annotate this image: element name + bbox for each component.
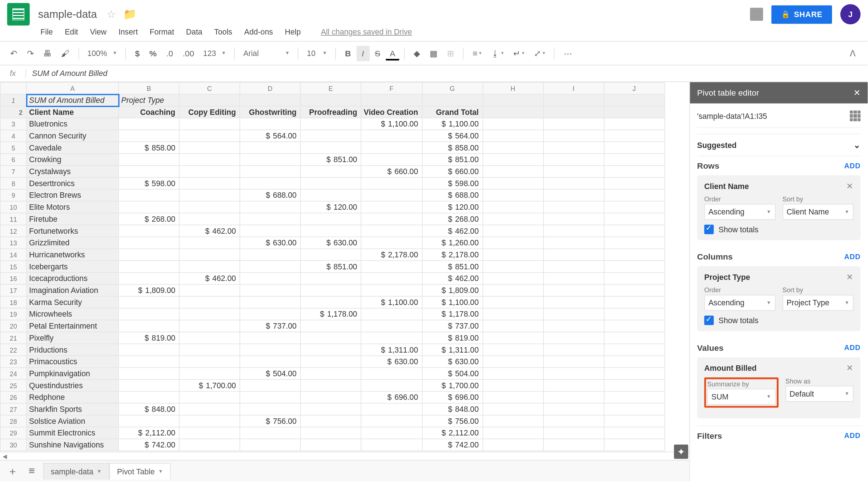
value-cell[interactable]: [300, 296, 361, 308]
cell[interactable]: [543, 320, 604, 332]
increase-decimal-button[interactable]: .00: [178, 45, 198, 61]
value-cell[interactable]: [300, 332, 361, 344]
menu-insert[interactable]: Insert: [118, 27, 138, 36]
columns-sortby-select[interactable]: Project Type▼: [782, 295, 853, 311]
pivot-measure-cell[interactable]: SUM of Amount Billed: [27, 94, 118, 106]
menu-data[interactable]: Data: [186, 27, 202, 36]
sheets-logo-icon[interactable]: [7, 3, 30, 25]
cell[interactable]: [604, 391, 664, 403]
cell[interactable]: [543, 391, 604, 403]
value-cell[interactable]: [300, 177, 361, 189]
value-cell[interactable]: $1,311.00: [422, 344, 483, 356]
value-cell[interactable]: [300, 273, 361, 285]
suggested-section[interactable]: Suggested ⌄: [697, 134, 861, 156]
value-cell[interactable]: $504.00: [422, 367, 483, 379]
value-cell[interactable]: [361, 284, 422, 296]
row-header[interactable]: 8: [0, 177, 27, 189]
value-cell[interactable]: $504.00: [240, 367, 301, 379]
cell[interactable]: [483, 391, 543, 403]
cell[interactable]: [483, 320, 543, 332]
client-name-cell[interactable]: Pixelfly: [27, 332, 118, 344]
value-cell[interactable]: [361, 201, 422, 213]
value-cell[interactable]: [361, 177, 422, 189]
value-cell[interactable]: $268.00: [118, 213, 179, 225]
cell[interactable]: [543, 154, 604, 166]
client-name-cell[interactable]: Crowking: [27, 154, 118, 166]
cell[interactable]: [483, 225, 543, 237]
client-name-cell[interactable]: Bluetronics: [27, 118, 118, 130]
column-header[interactable]: H: [483, 82, 543, 94]
value-cell[interactable]: [179, 332, 240, 344]
value-cell[interactable]: $688.00: [240, 189, 301, 201]
value-cell[interactable]: $1,700.00: [179, 379, 240, 391]
cell[interactable]: [543, 439, 604, 451]
row-header[interactable]: 3: [0, 118, 27, 130]
move-folder-icon[interactable]: 📁: [123, 8, 136, 21]
menu-edit[interactable]: Edit: [65, 27, 78, 36]
value-cell[interactable]: $858.00: [422, 142, 483, 154]
summarize-by-select[interactable]: SUM▼: [707, 389, 775, 405]
value-cell[interactable]: [361, 142, 422, 154]
value-cell[interactable]: [118, 189, 179, 201]
value-cell[interactable]: [179, 320, 240, 332]
client-name-cell[interactable]: Priductions: [27, 344, 118, 356]
value-cell[interactable]: $1,260.00: [422, 237, 483, 249]
value-cell[interactable]: [179, 177, 240, 189]
value-cell[interactable]: [179, 296, 240, 308]
cell[interactable]: [483, 94, 543, 106]
value-cell[interactable]: $819.00: [422, 332, 483, 344]
value-cell[interactable]: [179, 308, 240, 320]
more-formats-button[interactable]: 123▼: [200, 48, 230, 59]
value-cell[interactable]: [240, 332, 301, 344]
value-cell[interactable]: [240, 261, 301, 273]
value-cell[interactable]: [179, 367, 240, 379]
value-cell[interactable]: $696.00: [361, 391, 422, 403]
cell[interactable]: [604, 213, 664, 225]
value-cell[interactable]: $564.00: [240, 130, 301, 142]
client-name-cell[interactable]: Sunshine Navigations: [27, 439, 118, 451]
cell[interactable]: [543, 142, 604, 154]
horizontal-scrollbar[interactable]: ◀ ▶: [0, 452, 690, 460]
row-header[interactable]: 7: [0, 165, 27, 177]
value-cell[interactable]: [361, 237, 422, 249]
row-header[interactable]: 23: [0, 356, 27, 368]
cell[interactable]: [483, 261, 543, 273]
column-header[interactable]: E: [300, 82, 361, 94]
value-cell[interactable]: [179, 154, 240, 166]
value-cell[interactable]: $851.00: [300, 261, 361, 273]
client-name-cell[interactable]: Grizzlimited: [27, 237, 118, 249]
value-cell[interactable]: [179, 356, 240, 368]
star-icon[interactable]: ☆: [107, 8, 116, 21]
cell[interactable]: [483, 427, 543, 439]
cell[interactable]: [543, 284, 604, 296]
client-name-cell[interactable]: Cavedale: [27, 142, 118, 154]
value-cell[interactable]: $1,100.00: [361, 118, 422, 130]
columns-show-totals-checkbox[interactable]: [704, 316, 714, 325]
row-header[interactable]: 16: [0, 273, 27, 285]
value-cell[interactable]: $1,809.00: [422, 284, 483, 296]
value-cell[interactable]: [118, 344, 179, 356]
row-header[interactable]: 19: [0, 308, 27, 320]
sheet-tab[interactable]: Pivot Table▼: [109, 463, 171, 479]
row-header[interactable]: 1: [0, 94, 27, 106]
value-cell[interactable]: [118, 379, 179, 391]
value-cell[interactable]: [361, 439, 422, 451]
text-color-button[interactable]: A: [386, 46, 399, 61]
cell[interactable]: [604, 261, 664, 273]
column-header[interactable]: I: [543, 82, 604, 94]
save-status[interactable]: All changes saved in Drive: [321, 27, 412, 36]
cell[interactable]: [604, 403, 664, 415]
value-cell[interactable]: [240, 201, 301, 213]
client-name-cell[interactable]: Petal Entertainment: [27, 320, 118, 332]
rotate-button[interactable]: ⤢▾: [530, 45, 549, 61]
row-header[interactable]: 4: [0, 130, 27, 142]
value-cell[interactable]: $737.00: [422, 320, 483, 332]
cell[interactable]: [604, 106, 664, 118]
cell[interactable]: [604, 356, 664, 368]
value-cell[interactable]: [179, 213, 240, 225]
client-name-cell[interactable]: Cannon Security: [27, 130, 118, 142]
cell[interactable]: [483, 165, 543, 177]
remove-values-field-button[interactable]: ✕: [846, 363, 853, 373]
value-cell[interactable]: $2,178.00: [422, 249, 483, 261]
value-cell[interactable]: [240, 284, 301, 296]
